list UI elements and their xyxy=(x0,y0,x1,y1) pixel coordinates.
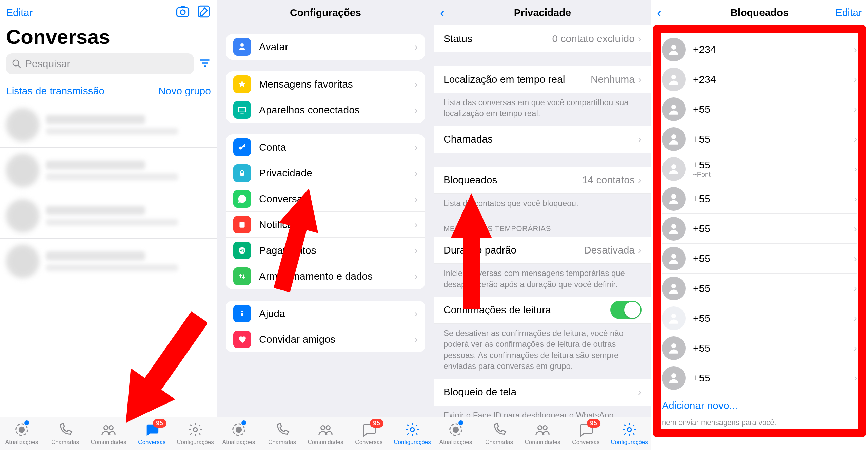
lock-note: Exigir o Face ID para desbloquear o What… xyxy=(434,406,651,417)
blocked-contact-row[interactable]: +55› xyxy=(662,303,857,333)
blocked-contact-row[interactable]: +55~Font› xyxy=(662,154,857,184)
tab-updates[interactable]: Atualizações xyxy=(217,417,260,450)
blocked-contact-row[interactable]: +55› xyxy=(662,363,857,393)
row-screen-lock[interactable]: Bloqueio de tela› xyxy=(434,379,651,406)
chats-panel: Editar Conversas Pesquisar Listas de tra… xyxy=(0,0,217,450)
blocked-contact-row[interactable]: +55› xyxy=(662,274,857,303)
back-button[interactable]: ‹ xyxy=(657,6,662,19)
row-favorites[interactable]: Mensagens favoritas› xyxy=(226,71,425,97)
tab-settings[interactable]: Configurações xyxy=(608,417,651,450)
row-invite[interactable]: Convidar amigos› xyxy=(226,326,425,352)
back-button[interactable]: ‹ xyxy=(440,6,445,19)
chevron-right-icon: › xyxy=(414,41,418,53)
blocked-contact-row[interactable]: +234› xyxy=(662,35,857,64)
avatar xyxy=(662,68,686,91)
contact-number: +55 xyxy=(693,193,854,205)
star-icon xyxy=(233,75,251,93)
chat-item[interactable] xyxy=(0,148,217,193)
camera-icon[interactable] xyxy=(176,4,190,21)
tab-chats[interactable]: 95Conversas xyxy=(564,417,608,450)
chevron-left-icon: ‹ xyxy=(440,6,445,19)
chevron-right-icon: › xyxy=(414,334,418,345)
svg-point-30 xyxy=(538,426,542,430)
add-new-link[interactable]: Adicionar novo... xyxy=(662,393,857,418)
svg-point-8 xyxy=(193,428,197,432)
chevron-right-icon: › xyxy=(414,193,418,205)
row-linked-devices[interactable]: Aparelhos conectados› xyxy=(226,97,425,123)
compose-icon[interactable] xyxy=(197,4,211,21)
settings-body: Avatar› Mensagens favoritas› Aparelhos c… xyxy=(217,25,434,417)
chat-item[interactable] xyxy=(0,239,217,284)
broadcast-lists-link[interactable]: Listas de transmissão xyxy=(6,85,104,97)
devices-icon xyxy=(233,101,251,119)
avatar xyxy=(662,38,686,61)
row-privacy[interactable]: Privacidade› xyxy=(226,160,425,186)
chevron-right-icon: › xyxy=(638,74,642,85)
blocked-contact-row[interactable]: +55› xyxy=(662,124,857,154)
row-status[interactable]: Status0 contato excluído› xyxy=(434,25,651,52)
tab-updates[interactable]: Atualizações xyxy=(0,417,43,450)
search-input[interactable]: Pesquisar xyxy=(6,53,194,74)
edit-button[interactable]: Editar xyxy=(835,7,862,18)
chat-item[interactable] xyxy=(0,102,217,148)
svg-rect-19 xyxy=(241,313,243,316)
chevron-right-icon: › xyxy=(414,104,418,116)
row-account[interactable]: Conta› xyxy=(226,134,425,160)
svg-point-23 xyxy=(321,426,325,430)
edit-button[interactable]: Editar xyxy=(6,7,33,18)
row-payments[interactable]: R$Pagamentos› xyxy=(226,238,425,263)
tab-settings[interactable]: Configurações xyxy=(391,417,434,450)
avatar xyxy=(662,157,686,181)
tab-calls[interactable]: Chamadas xyxy=(477,417,521,450)
tab-communities[interactable]: Comunidades xyxy=(87,417,130,450)
row-read-receipts[interactable]: Confirmações de leitura xyxy=(434,297,651,324)
filter-icon[interactable] xyxy=(199,57,211,71)
blocked-body: +234›+234›+55›+55›+55~Font›+55›+55›+55›+… xyxy=(651,25,868,450)
blocked-contact-row[interactable]: +55› xyxy=(662,244,857,274)
chevron-right-icon: › xyxy=(414,270,418,282)
chevron-right-icon: › xyxy=(414,245,418,256)
contact-subtitle: ~Font xyxy=(693,171,854,179)
tab-updates[interactable]: Atualizações xyxy=(434,417,477,450)
blocked-contact-row[interactable]: +55› xyxy=(662,184,857,214)
row-notifications[interactable]: Notificações› xyxy=(226,212,425,238)
chevron-right-icon: › xyxy=(854,253,857,264)
blocked-contact-row[interactable]: +55› xyxy=(662,94,857,124)
row-help[interactable]: Ajuda› xyxy=(226,301,425,326)
tabbar: Atualizações Chamadas Comunidades 95Conv… xyxy=(434,417,651,450)
tab-communities[interactable]: Comunidades xyxy=(304,417,347,450)
avatar xyxy=(662,187,686,211)
row-default-duration[interactable]: Duração padrãoDesativada› xyxy=(434,237,651,264)
privacy-body: Status0 contato excluído› Localização em… xyxy=(434,25,651,417)
blocked-note: Lista de contatos que você bloqueou. xyxy=(434,194,651,215)
blocked-contact-row[interactable]: +55› xyxy=(662,333,857,363)
svg-point-42 xyxy=(671,254,676,259)
svg-point-46 xyxy=(671,373,676,378)
row-calls[interactable]: Chamadas› xyxy=(434,126,651,153)
row-blocked[interactable]: Bloqueados14 contatos› xyxy=(434,167,651,194)
row-avatar[interactable]: Avatar› xyxy=(226,34,425,60)
key-icon xyxy=(233,138,251,156)
tab-communities[interactable]: Comunidades xyxy=(521,417,564,450)
svg-point-3 xyxy=(13,60,19,66)
privacy-panel: ‹ Privacidade Status0 contato excluído› … xyxy=(434,0,651,450)
tab-calls[interactable]: Chamadas xyxy=(43,417,87,450)
chevron-right-icon: › xyxy=(414,308,418,319)
duration-note: Inicie conversas com mensagens temporári… xyxy=(434,264,651,297)
tab-chats[interactable]: 95Conversas xyxy=(347,417,391,450)
blocked-contact-row[interactable]: +55› xyxy=(662,214,857,244)
avatar xyxy=(662,127,686,151)
row-storage[interactable]: Armazenamento e dados› xyxy=(226,263,425,289)
tab-calls[interactable]: Chamadas xyxy=(260,417,304,450)
read-receipts-toggle[interactable] xyxy=(610,301,642,319)
row-chats-settings[interactable]: Conversas› xyxy=(226,186,425,212)
new-group-link[interactable]: Novo grupo xyxy=(158,85,211,97)
read-note: Se desativar as confirmações de leitura,… xyxy=(434,324,651,379)
chevron-left-icon: ‹ xyxy=(657,6,662,19)
tab-chats[interactable]: 95Conversas xyxy=(130,417,174,450)
tab-settings[interactable]: Configurações xyxy=(174,417,217,450)
row-live-location[interactable]: Localização em tempo realNenhuma› xyxy=(434,66,651,93)
chat-item[interactable] xyxy=(0,193,217,239)
blocked-contact-row[interactable]: +234› xyxy=(662,64,857,94)
svg-point-13 xyxy=(239,146,242,149)
